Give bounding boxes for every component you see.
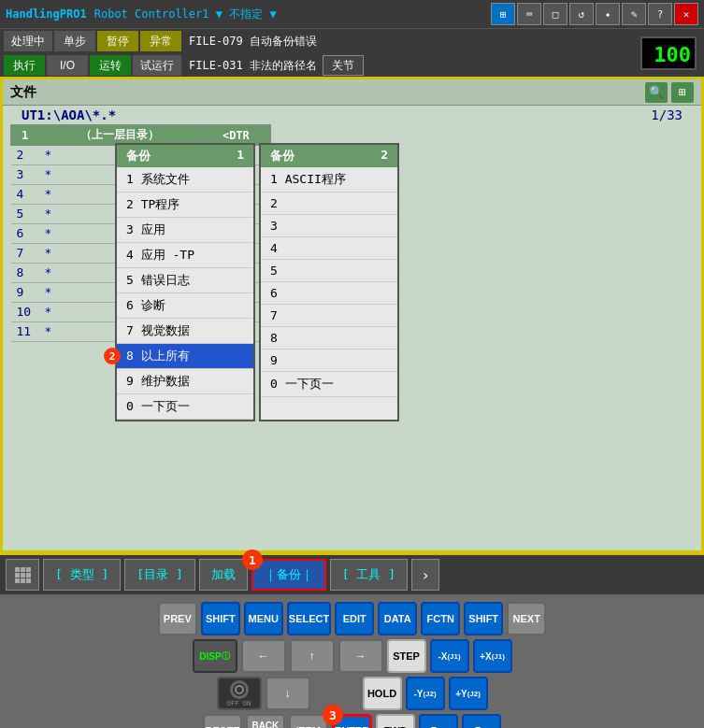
power-btn[interactable]: OFF ON <box>217 677 262 710</box>
svg-rect-8 <box>26 578 31 583</box>
refresh-icon[interactable]: ↺ <box>569 3 594 25</box>
reset-btn[interactable]: RESET <box>203 714 242 728</box>
controller-label: Robot Controller1 ▼ 不指定 ▼ <box>94 7 277 22</box>
softkey-bar: [ 类型 ] [目录 ] 加载 1 ｜备份｜ [ 工具 ] › <box>0 553 704 594</box>
right-arrow-btn[interactable]: → <box>338 639 383 673</box>
page-count: 1/33 <box>651 107 682 122</box>
left-arrow-btn[interactable]: ← <box>241 639 286 673</box>
menu-item[interactable]: 7 <box>261 305 397 327</box>
menu-btn[interactable]: MENU <box>244 602 283 635</box>
file-status-2: FILE-031 非法的路径名 <box>189 58 317 74</box>
pause-btn[interactable]: 暂停 <box>97 31 138 51</box>
menu-item[interactable]: 8 <box>261 327 397 350</box>
menu-item[interactable]: 3 应用 <box>117 218 253 243</box>
load-softkey[interactable]: 加载 <box>199 559 248 591</box>
backup-menu-2: 备份 2 1 ASCII程序234567890 一下页一 <box>259 143 399 421</box>
col-num: 1 <box>11 125 39 146</box>
data-btn[interactable]: DATA <box>378 602 417 635</box>
menu-item[interactable]: 9 维护数据 <box>117 369 253 394</box>
exec-btn[interactable]: 执行 <box>4 55 45 76</box>
kbd-row-3: OFF ON ↓ HOLD -Y(J2) +Y(J2) <box>9 677 695 710</box>
speed-display: 100 <box>640 36 697 70</box>
svg-rect-6 <box>15 578 20 583</box>
tools-softkey[interactable]: [ 工具 ] <box>330 559 408 591</box>
path-bar: UT1:\AOA\*.* 1/33 <box>3 106 701 124</box>
kbd-row-2: DISPⓘ ← ↑ → STEP -X(J1) +X(J1) <box>9 639 695 673</box>
step-btn-kbd[interactable]: STEP <box>387 639 426 673</box>
close-icon[interactable]: ✕ <box>674 3 698 25</box>
keyboard-icon[interactable]: ⌨ <box>517 3 541 25</box>
dropdown-overlay: 备份 1 1 系统文件2 TP程序3 应用4 应用 -TP5 错误日志6 诊断7… <box>115 143 399 421</box>
file-title: 文件 <box>10 84 36 101</box>
menu-item[interactable]: 6 诊断 <box>117 293 253 319</box>
zoom-icon[interactable]: 🔍 <box>645 82 668 103</box>
trial-btn[interactable]: 试运行 <box>133 55 181 76</box>
menu-item[interactable]: 7 视觉数据 <box>117 319 253 344</box>
down-arrow-btn[interactable]: ↓ <box>266 677 310 710</box>
arrow-softkey[interactable]: › <box>411 559 439 591</box>
status-right: 100 <box>393 29 704 77</box>
disp-btn[interactable]: DISPⓘ <box>193 639 237 673</box>
top-bar: HandlingPRO1 Robot Controller1 ▼ 不指定 ▼ ⊞… <box>0 0 704 28</box>
io-btn[interactable]: I/O <box>47 55 88 76</box>
edit-icon[interactable]: ✎ <box>622 3 646 25</box>
plus-y-btn[interactable]: +Y(J2) <box>449 677 488 710</box>
menu-item[interactable]: 4 <box>261 237 397 260</box>
menu-item[interactable]: 6 <box>261 282 397 305</box>
fwd-btn[interactable]: FWD <box>376 714 415 728</box>
dir-softkey[interactable]: [目录 ] <box>124 559 194 591</box>
error-btn[interactable]: 异常 <box>140 31 181 51</box>
file-bar: 文件 🔍 ⊞ <box>3 79 701 106</box>
help-icon[interactable]: ? <box>648 3 672 25</box>
grid-softkey[interactable] <box>6 559 39 591</box>
menu-item[interactable]: 28 以上所有 <box>117 344 253 369</box>
minus-y-btn[interactable]: -Y(J2) <box>406 677 445 710</box>
menu-item[interactable]: 9 <box>261 350 397 372</box>
menu-item[interactable]: 5 <box>261 260 397 282</box>
svg-rect-1 <box>21 567 25 572</box>
placeholder-icon[interactable]: □ <box>543 3 568 25</box>
plus-x-btn[interactable]: +X(J1) <box>473 639 512 673</box>
menu-item[interactable]: 1 系统文件 <box>117 167 253 193</box>
backup-softkey[interactable]: ｜备份｜ <box>251 559 326 591</box>
hold-btn[interactable]: HOLD <box>363 677 402 710</box>
grid-icon[interactable]: ⊞ <box>491 3 515 25</box>
select-btn[interactable]: SELECT <box>287 602 331 635</box>
edit-btn[interactable]: EDIT <box>335 602 374 635</box>
shift-btn-right[interactable]: SHIFT <box>464 602 503 635</box>
menu-item[interactable]: 1 ASCII程序 <box>261 167 397 193</box>
star-icon[interactable]: ✦ <box>596 3 620 25</box>
main-area: 文件 🔍 ⊞ UT1:\AOA\*.* 1/33 1 （上一层目录） <DTR <box>0 77 704 553</box>
svg-rect-4 <box>21 573 25 578</box>
menu-header-2: 备份 2 <box>261 145 397 167</box>
fctn-btn[interactable]: FCTN <box>421 602 460 635</box>
step-btn[interactable]: 单步 <box>54 31 95 51</box>
layout-icon[interactable]: ⊞ <box>671 82 694 103</box>
shift-btn-left[interactable]: SHIFT <box>201 602 240 635</box>
plus-z-btn[interactable]: +Z(J3) <box>462 714 501 728</box>
menu-item[interactable]: 3 <box>261 215 397 237</box>
type-softkey[interactable]: [ 类型 ] <box>43 559 121 591</box>
run-btn[interactable]: 运转 <box>90 55 131 76</box>
menu-item[interactable]: 2 TP程序 <box>117 193 253 218</box>
backspace-btn[interactable]: BACKSPACE <box>246 714 285 728</box>
prev-btn[interactable]: PREV <box>158 602 197 635</box>
menu-item[interactable]: 2 <box>261 193 397 215</box>
joint-btn[interactable]: 关节 <box>323 55 364 76</box>
app-logo: HandlingPRO1 <box>6 7 87 21</box>
minus-z-btn[interactable]: -Z(J3) <box>419 714 458 728</box>
svg-rect-5 <box>26 573 31 578</box>
menu-item[interactable]: 0 一下页一 <box>117 394 253 420</box>
processing-btn[interactable]: 处理中 <box>4 31 52 51</box>
kbd-row-4: RESET BACKSPACE ITEM 3 ENTER FWD -Z(J3) … <box>9 714 695 728</box>
minus-x-btn[interactable]: -X(J1) <box>430 639 469 673</box>
badge-3: 3 <box>323 705 343 725</box>
backup-menu-1: 备份 1 1 系统文件2 TP程序3 应用4 应用 -TP5 错误日志6 诊断7… <box>115 143 255 421</box>
file-bar-icons: 🔍 ⊞ <box>645 82 694 103</box>
menu-item[interactable]: 5 错误日志 <box>117 268 253 293</box>
next-btn[interactable]: NEXT <box>507 602 546 635</box>
menu-item[interactable]: 0 一下页一 <box>261 372 397 397</box>
up-arrow-btn[interactable]: ↑ <box>290 639 335 673</box>
badge-1: 1 <box>242 550 263 570</box>
menu-item[interactable]: 4 应用 -TP <box>117 243 253 268</box>
